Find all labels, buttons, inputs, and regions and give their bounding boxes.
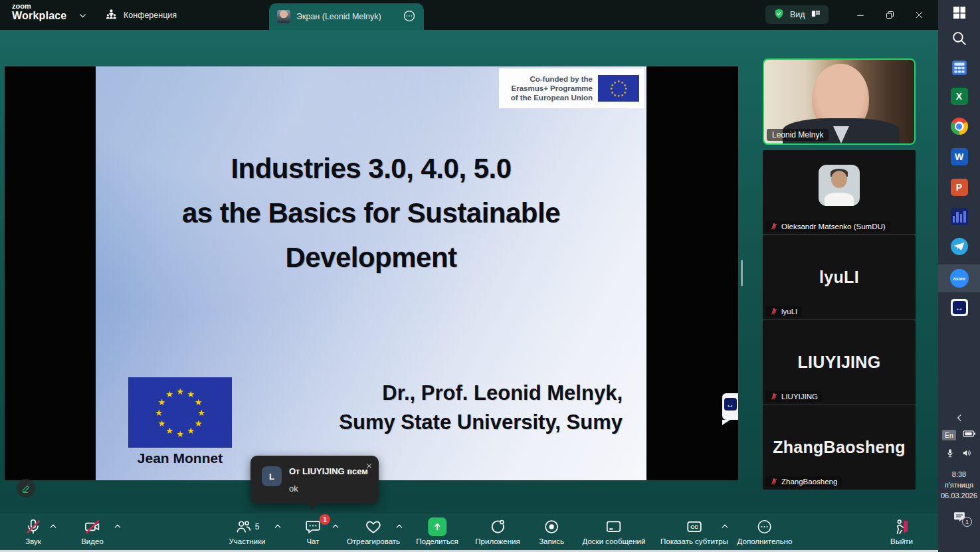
author-line2: Sumy State University, Sumy — [339, 408, 623, 437]
battery-icon[interactable] — [963, 429, 976, 441]
notification-center-icon[interactable]: 1 — [938, 510, 980, 523]
chevron-down-icon[interactable] — [78, 11, 87, 23]
participants-icon — [235, 518, 252, 535]
zoom-app-icon[interactable]: zoom — [938, 269, 980, 288]
participant-tile-zhangbaosheng[interactable]: ZhangBaosheng ZhangBaosheng — [763, 405, 916, 490]
video-label: Видео — [81, 537, 104, 545]
cc-icon: CC — [686, 517, 703, 535]
participant-tile-lyuli[interactable]: lyuLI lyuLI — [763, 235, 916, 320]
eu-flag-small: ★ ★ ★ ★ ★ ★ ★ ★ ★ ★ ★ ★ — [598, 75, 639, 102]
react-button[interactable]: Отреагировать — [347, 517, 400, 545]
clock-day: п'ятниця — [938, 480, 980, 490]
scrollbar-thumb[interactable] — [741, 260, 743, 286]
chat-options-chevron[interactable] — [332, 521, 340, 533]
share-button[interactable]: Поделиться — [416, 517, 458, 545]
captions-button[interactable]: CC Показать субтитры — [660, 517, 728, 545]
excel-app-icon[interactable]: X — [938, 88, 980, 105]
tab-options-icon[interactable] — [403, 9, 416, 25]
participant-name: ZhangBaosheng — [781, 478, 837, 486]
leave-button[interactable]: Выйти — [890, 517, 913, 545]
react-label: Отреагировать — [347, 537, 400, 545]
view-button[interactable]: Вид — [765, 5, 829, 24]
speaker-video-tile[interactable]: Leonid Melnyk — [763, 58, 916, 145]
whiteboards-button[interactable]: Доски сообщений — [583, 517, 646, 545]
more-button[interactable]: Дополнительно — [737, 517, 793, 545]
record-button[interactable]: Запись — [539, 517, 564, 545]
zoom-workplace-logo: zoom Workplace — [12, 3, 66, 21]
more-icon — [756, 517, 773, 535]
heart-icon — [365, 517, 382, 535]
clock[interactable]: 8:38 п'ятниця 06.03.2026 — [938, 469, 980, 501]
start-button[interactable] — [938, 5, 980, 21]
teamviewer-icon: ↔ — [724, 398, 737, 411]
search-icon[interactable] — [938, 30, 980, 46]
slide-title-line1: Industries 3.0, 4.0, 5.0 — [96, 146, 646, 191]
jean-monnet-caption: Jean Monnet — [122, 450, 239, 466]
word-app-icon[interactable]: W — [938, 148, 980, 165]
participants-label: Участники — [229, 537, 266, 545]
telegram-app-icon[interactable] — [938, 238, 980, 255]
svg-text:CC: CC — [690, 524, 698, 530]
apps-icon — [489, 517, 506, 535]
notification-badge: 1 — [962, 517, 972, 527]
avatar — [819, 165, 860, 206]
tray-expand-chevron[interactable] — [938, 413, 980, 422]
powerpoint-app-icon[interactable]: P — [938, 179, 980, 196]
react-options-chevron[interactable] — [395, 521, 404, 533]
record-label: Запись — [539, 537, 564, 545]
calculator-app-icon[interactable] — [938, 59, 980, 76]
audio-options-chevron[interactable] — [49, 521, 58, 533]
leave-label: Выйти — [890, 537, 913, 545]
presenter-avatar — [277, 10, 290, 23]
logo-line-workplace: Workplace — [12, 11, 66, 22]
video-button[interactable]: Видео — [81, 517, 104, 545]
captions-options-chevron[interactable] — [721, 521, 730, 533]
cofunded-line2: Erasmus+ Programme — [511, 84, 593, 93]
share-label: Поделиться — [416, 537, 458, 545]
participants-options-chevron[interactable] — [274, 521, 282, 533]
restore-button[interactable] — [878, 0, 901, 30]
tab-screen-share[interactable]: Экран (Leonid Melnyk) — [269, 3, 424, 30]
annotate-button[interactable] — [17, 479, 35, 498]
apps-button[interactable]: Приложения — [475, 517, 520, 545]
video-options-chevron[interactable] — [114, 521, 122, 533]
record-icon — [543, 517, 560, 535]
audio-label: Звук — [25, 537, 41, 545]
window-title-bar: zoom Workplace Конференция Экран (Leonid… — [0, 0, 938, 30]
close-icon[interactable] — [365, 460, 373, 472]
participant-display-name: lyuLI — [819, 268, 859, 287]
media-app-icon[interactable] — [938, 208, 980, 225]
cofunded-line1: Co-funded by the — [511, 74, 593, 84]
chat-button[interactable]: 1 Чат — [304, 517, 322, 545]
teamviewer-edge-tab[interactable]: ↔ — [722, 393, 738, 420]
chrome-app-icon[interactable] — [938, 118, 980, 135]
speaker-name: Leonid Melnyk — [772, 130, 823, 139]
close-button[interactable] — [908, 0, 930, 30]
chat-notification-popup[interactable]: L От LIUYIJING всем ok — [250, 456, 379, 504]
shared-screen-stage: Co-funded by the Erasmus+ Programme of t… — [5, 66, 738, 480]
participant-tile-liuyijing[interactable]: LIUYIJING LIUYIJING — [763, 320, 916, 405]
teamviewer-glyph: ↔ — [955, 303, 963, 313]
mic-muted-icon — [770, 223, 778, 230]
participant-tile-matsenko[interactable]: Oleksandr Matsenko (SumDU) — [763, 150, 916, 234]
leave-icon — [893, 517, 910, 535]
view-label: Вид — [790, 10, 805, 19]
teamviewer-app-icon[interactable]: ↔ — [938, 299, 980, 316]
slide-title-line3: Development — [96, 235, 646, 280]
microphone-tray-icon[interactable] — [945, 448, 955, 461]
audio-button[interactable]: Звук — [25, 517, 42, 545]
presentation-slide: Co-funded by the Erasmus+ Programme of t… — [96, 66, 646, 480]
mic-muted-icon — [770, 478, 778, 486]
minimize-button[interactable] — [849, 0, 872, 30]
cofunded-logo: Co-funded by the Erasmus+ Programme of t… — [499, 68, 644, 108]
language-indicator[interactable]: En — [942, 430, 956, 440]
people-icon — [105, 8, 118, 23]
author-line1: Dr., Prof. Leonid Melnyk, — [339, 379, 623, 408]
tab-conference-label: Конференция — [124, 11, 177, 20]
tab-conference[interactable]: Конференция — [105, 0, 177, 30]
whiteboards-label: Доски сообщений — [583, 537, 646, 545]
clock-time: 8:38 — [938, 469, 980, 480]
speaker-tray-icon[interactable] — [961, 448, 973, 461]
participants-button[interactable]: 5 Участники — [229, 517, 266, 545]
participant-name-label: Oleksandr Matsenko (SumDU) — [765, 221, 890, 232]
